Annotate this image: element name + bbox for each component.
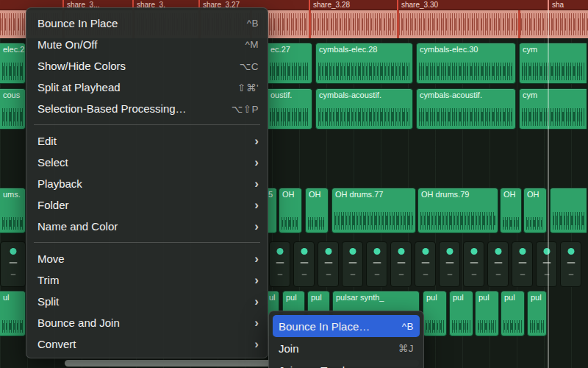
dash-mark — [348, 262, 356, 263]
region-name: ul — [268, 291, 279, 302]
menu-item-selection-based-processing[interactable]: Selection-Based Processing… ⌥⇧P — [26, 98, 268, 119]
dash-mark — [300, 262, 308, 263]
region-name: pul — [528, 291, 546, 302]
audio-region[interactable]: pul — [475, 291, 499, 336]
dash-mark — [326, 274, 331, 275]
step-cell[interactable] — [366, 241, 387, 287]
audio-region[interactable]: cym — [519, 43, 587, 84]
audio-region[interactable]: ec.27 — [268, 43, 312, 84]
audio-region[interactable]: OH — [279, 188, 302, 233]
region-tab[interactable]: sha — [548, 0, 588, 10]
menu-item-name-and-color[interactable]: Name and Color — [26, 216, 268, 237]
menu-item-label: Join per Track — [279, 364, 348, 368]
menu-item-convert[interactable]: Convert — [26, 333, 268, 355]
region-tab[interactable]: share_3.28 — [309, 0, 397, 10]
dash-mark — [421, 262, 429, 263]
region-oh-drums-77[interactable]: OH drums.77 — [331, 188, 416, 233]
menu-item-shortcut: ⌘J — [398, 342, 414, 354]
note-dot-icon — [519, 248, 526, 255]
step-cell[interactable] — [439, 241, 460, 287]
step-cell[interactable] — [415, 241, 436, 287]
note-dot-icon — [470, 248, 477, 255]
waveform — [282, 217, 299, 230]
dash-mark — [324, 262, 332, 263]
menu-item-playback[interactable]: Playback — [26, 173, 268, 194]
step-cell[interactable] — [293, 241, 315, 287]
menu-item-move[interactable]: Move — [26, 248, 268, 269]
step-cell[interactable] — [487, 241, 509, 287]
dash-mark — [470, 262, 478, 263]
menu-item-bounce-in-place[interactable]: Bounce In Place ^B — [26, 13, 268, 34]
menu-item-edit[interactable]: Edit — [26, 130, 268, 152]
step-cell[interactable] — [269, 241, 290, 287]
menu-item-bounce-and-join[interactable]: Bounce and Join — [26, 312, 268, 333]
region-tab[interactable]: share_3.30 — [397, 0, 518, 10]
waveform — [522, 108, 584, 126]
menu-item-trim[interactable]: Trim — [26, 269, 268, 291]
step-cell[interactable] — [390, 241, 412, 287]
region-cymbals-acoustic[interactable]: cymbals-acoustif. — [416, 88, 516, 130]
audio-region[interactable]: elec.2 — [0, 43, 26, 84]
audio-region[interactable]: pul — [501, 291, 525, 336]
audio-region[interactable]: cous — [0, 88, 26, 130]
step-cell[interactable] — [560, 241, 581, 287]
context-menu: Bounce In Place ^B Mute On/Off ^M Show/H… — [26, 7, 268, 358]
step-cell[interactable] — [536, 241, 557, 287]
region-cymbals-elec-30[interactable]: cymbals-elec.30 — [416, 43, 516, 84]
dash-mark — [494, 262, 502, 263]
region-oh-drums-79[interactable]: OH drums.79 — [417, 188, 498, 233]
menu-item-label: Split — [37, 295, 59, 308]
audio-region[interactable] — [550, 188, 587, 233]
submenu-item-join-per-track[interactable]: Join per Track — [273, 359, 420, 368]
region-cymbals-elec-28[interactable]: cymbals-elec.28 — [315, 43, 413, 84]
region-cymbals-acoustic[interactable]: cymbals-acoustif. — [315, 88, 413, 130]
menu-item-select[interactable]: Select — [26, 152, 268, 173]
region-name: pul — [308, 291, 329, 302]
dash-mark — [398, 274, 404, 275]
audio-region[interactable]: 5 — [267, 188, 277, 233]
audio-region[interactable]: pul — [527, 291, 547, 336]
step-cell[interactable] — [463, 241, 484, 287]
step-cell[interactable] — [318, 241, 339, 287]
menu-item-label: Name and Color — [37, 220, 118, 233]
audio-region[interactable]: OH — [523, 188, 547, 233]
menu-item-shortcut: ^M — [245, 39, 259, 50]
submenu-item-bounce-in-place[interactable]: Bounce In Place… ^B — [273, 315, 420, 337]
menu-item-label: Selection-Based Processing… — [37, 102, 187, 115]
step-cell[interactable] — [512, 241, 533, 287]
audio-region[interactable]: pul — [423, 291, 447, 336]
waveform — [334, 212, 413, 230]
waveform — [553, 212, 584, 230]
waveform — [503, 217, 519, 230]
region-name: OH drums.79 — [418, 188, 498, 199]
chevron-right-icon — [254, 177, 259, 190]
submenu-item-join[interactable]: Join ⌘J — [273, 337, 420, 359]
audio-region[interactable]: oustif. — [268, 88, 312, 130]
region-boundary — [309, 10, 311, 38]
region-name: pul — [501, 291, 524, 302]
audio-region[interactable]: pul — [449, 291, 473, 336]
menu-item-show-hide-colors[interactable]: Show/Hide Colors ⌥C — [26, 55, 268, 77]
region-name: elec.2 — [0, 43, 25, 54]
menu-item-folder[interactable]: Folder — [26, 194, 268, 216]
menu-item-label: Show/Hide Colors — [37, 60, 126, 72]
audio-region[interactable]: OH — [500, 188, 522, 233]
audio-region[interactable]: cym — [519, 88, 587, 130]
waveform — [530, 320, 544, 333]
region-name: pulsar synth_ — [333, 291, 419, 302]
note-dot-icon — [422, 248, 429, 255]
menu-item-label: Split at Playhead — [37, 81, 121, 93]
menu-item-split-at-playhead[interactable]: Split at Playhead ⇧⌘' — [26, 77, 268, 98]
dash-mark — [518, 262, 526, 263]
audio-region[interactable]: ul — [0, 291, 26, 336]
waveform — [526, 217, 544, 230]
note-dot-icon — [495, 248, 501, 255]
region-name: ec.27 — [268, 43, 312, 54]
audio-region[interactable]: ums. — [0, 188, 26, 233]
menu-separator — [34, 124, 260, 125]
audio-region[interactable]: OH — [305, 188, 329, 233]
step-cell[interactable] — [342, 241, 363, 287]
step-cell[interactable] — [0, 241, 26, 287]
menu-item-mute-on-off[interactable]: Mute On/Off ^M — [26, 34, 268, 55]
menu-item-split[interactable]: Split — [26, 291, 268, 312]
